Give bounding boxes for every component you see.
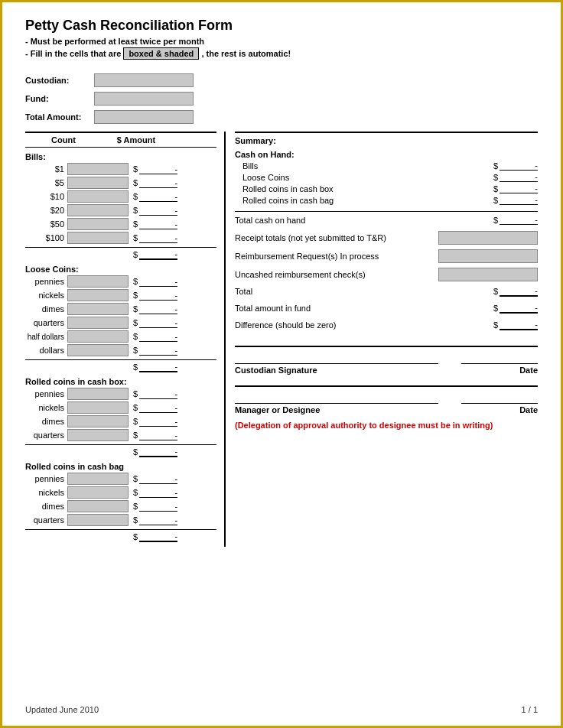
coin-quarters-row: quarters $ - [25,317,216,329]
cash-loose-value: - [500,172,538,182]
bill-row-50: $50 $ - [25,218,216,230]
cash-rolled-bag-row: Rolled coins in cash bag $ - [235,195,538,205]
custodian-sig-label: Custodian Signature [235,366,317,375]
coin-nickels-row: nickels $ - [25,289,216,301]
instruction-1: - Must be performed at least twice per m… [25,37,538,46]
rcb-dimes-input[interactable] [67,415,129,427]
footer: Updated June 2010 1 / 1 [25,705,538,714]
bill-1-input[interactable] [67,163,129,175]
bill-row-20: $20 $ - [25,204,216,216]
rbag-quarters-input[interactable] [67,514,129,526]
bill-100-label: $100 [25,233,67,242]
rbag-quarters-label: quarters [25,515,67,525]
difference-row: Difference (should be zero) $ - [235,320,538,330]
custodian-date-label: Date [519,366,538,375]
bill-100-value: - [139,233,177,243]
manager-sig-line[interactable] [235,392,438,404]
bill-50-input[interactable] [67,218,129,230]
rcb-quarters-value: - [139,431,177,440]
bills-subtotal-value: - [139,249,177,260]
left-column: Count $ Amount Bills: $1 $ - $5 $ - $10 … [25,132,224,547]
header-fields: Custodian: Fund: Total Amount: [25,73,538,124]
cash-bills-value: - [500,161,538,171]
rbag-pennies-input[interactable] [67,473,129,485]
coin-dimes-row: dimes $ - [25,303,216,315]
manager-sig-block: Manager or Designee Date (Delegation of … [235,385,538,430]
quarters-value: - [139,318,177,328]
difference-label: Difference (should be zero) [235,320,493,330]
rcb-pennies-input[interactable] [67,388,129,400]
rbag-pennies-label: pennies [25,474,67,483]
difference-value: - [500,320,538,330]
bill-50-value: - [139,219,177,229]
total-amount-input[interactable] [94,110,194,124]
cash-loose-label: Loose Coins [242,173,493,182]
rbag-nickels-value: - [139,488,177,498]
cash-rolled-box-value: - [500,184,538,193]
coins-subtotal-value: - [139,362,177,372]
rcb-quarters-input[interactable] [67,429,129,441]
total-fund-value: - [500,303,538,314]
rcb-pennies-row: pennies $ - [25,388,216,400]
halfdollars-input[interactable] [67,330,129,343]
bill-100-input[interactable] [67,232,129,244]
custodian-input[interactable] [94,73,194,87]
bill-20-input[interactable] [67,204,129,216]
custodian-sig-row [235,352,538,364]
custodian-sig-line[interactable] [235,352,438,364]
right-column: Summary: Cash on Hand: Bills $ - Loose C… [224,132,538,547]
rbag-pennies-row: pennies $ - [25,473,216,485]
cash-rolled-bag-value: - [500,195,538,205]
uncashed-row: Uncashed reimbursement check(s) [235,268,538,281]
pennies-value: - [139,277,177,287]
receipt-totals-input[interactable] [438,231,538,245]
manager-sig-row [235,392,538,404]
reimbursement-row: Reimbursement Request(s) In process [235,249,538,263]
bill-row-10: $10 $ - [25,190,216,203]
quarters-label: quarters [25,318,67,327]
bill-10-input[interactable] [67,190,129,203]
dollars-input[interactable] [67,344,129,356]
custodian-date-line[interactable] [461,352,538,364]
reimbursement-input[interactable] [438,249,538,263]
manager-sig-labels: Manager or Designee Date [235,405,538,414]
summary-header: Summary: [235,132,538,145]
bill-5-label: $5 [25,178,67,187]
bill-5-input[interactable] [67,177,129,189]
custodian-sig-block: Custodian Signature Date [235,346,538,375]
reimbursement-label: Reimbursement Request(s) In process [235,252,438,261]
rcb-subtotal-row: $ - [25,444,216,457]
rcb-nickels-value: - [139,403,177,413]
bill-10-label: $10 [25,192,67,201]
rcb-quarters-row: quarters $ - [25,429,216,441]
bill-1-label: $1 [25,164,67,174]
coin-dollars-row: dollars $ - [25,344,216,356]
uncashed-input[interactable] [438,268,538,281]
footer-updated: Updated June 2010 [25,705,99,714]
rolled-cash-box-label: Rolled coins in cash box: [25,377,216,386]
column-headers: Count $ Amount [25,132,216,148]
nickels-input[interactable] [67,289,129,301]
rolled-cash-bag-label: Rolled coins in cash bag [25,462,216,471]
rbag-nickels-input[interactable] [67,486,129,499]
dimes-input[interactable] [67,303,129,315]
uncashed-label: Uncashed reimbursement check(s) [235,270,438,279]
rcb-nickels-input[interactable] [67,401,129,414]
receipt-totals-row: Receipt totals (not yet submitted to T&R… [235,231,538,245]
quarters-input[interactable] [67,317,129,329]
receipt-totals-label: Receipt totals (not yet submitted to T&R… [235,233,438,242]
total-amount-row: Total Amount: [25,110,538,124]
custodian-label: Custodian: [25,76,94,85]
bill-5-value: - [139,178,177,188]
rbag-dimes-input[interactable] [67,500,129,512]
manager-date-line[interactable] [461,392,538,404]
pennies-input[interactable] [67,275,129,288]
fund-input[interactable] [94,92,194,106]
custodian-sig-labels: Custodian Signature Date [235,366,538,375]
total-cash-value: - [500,215,538,225]
rcb-subtotal-value: - [139,447,177,457]
bill-20-label: $20 [25,206,67,215]
cash-rolled-box-label: Rolled coins in cash box [242,184,493,193]
rbag-subtotal-value: - [139,531,177,542]
bills-label: Bills: [25,152,216,161]
